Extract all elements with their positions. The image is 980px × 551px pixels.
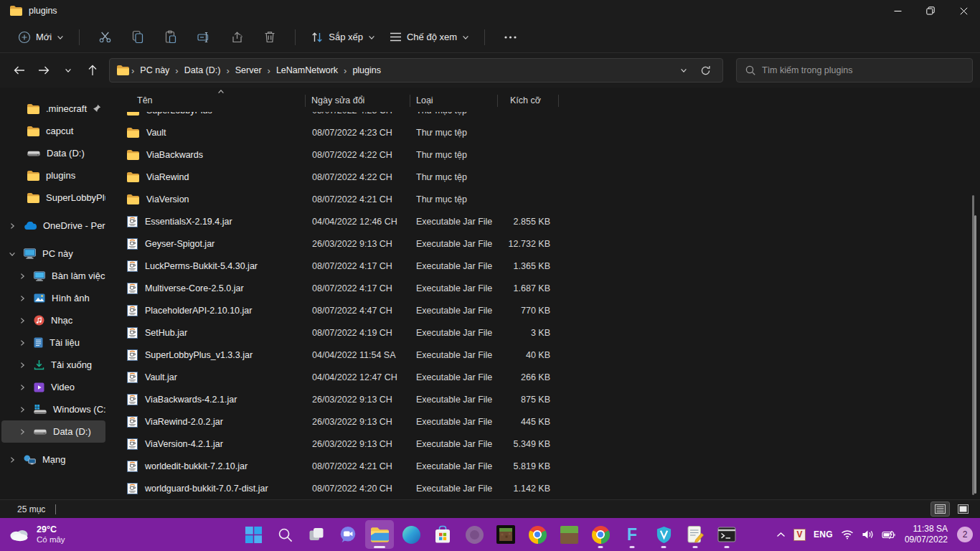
notification-badge[interactable]: 2 [957,527,973,542]
taskbar-button-notepad[interactable] [681,520,710,549]
file-row[interactable]: Multiverse-Core-2.5.0.jar08/07/2022 4:17… [117,277,980,299]
taskbar-button-vshield[interactable] [649,520,678,549]
recent-locations-button[interactable] [56,59,80,82]
sidebar-item-nh-c[interactable]: Nhạc [1,309,105,331]
chevron-right-icon[interactable] [17,362,27,369]
weather-widget[interactable]: 29°C Có mây [0,524,65,545]
sidebar-item-h-nh-nh[interactable]: Hình ảnh [1,287,105,309]
file-row[interactable]: Vault.jar04/04/2022 12:47 CHExecutable J… [117,366,980,388]
sidebar-item-b-n-l-m-vi-c[interactable]: Bàn làm việc [1,265,105,287]
file-row[interactable]: ViaRewind-2.0.2.jar26/03/2022 9:13 CHExe… [117,410,980,433]
file-row[interactable]: LuckPerms-Bukkit-5.4.30.jar08/07/2022 4:… [117,255,980,277]
file-row[interactable]: SuperLobbyPlus_v1.3.3.jar04/04/2022 11:5… [117,344,980,366]
taskbar-button-tlauncher[interactable] [491,520,520,549]
file-row[interactable]: ViaBackwards-4.2.1.jar26/03/2022 9:13 CH… [117,388,980,410]
chevron-right-icon[interactable] [17,273,27,280]
chevron-right-icon[interactable] [7,456,17,463]
back-button[interactable] [7,59,32,82]
sidebar-item-t-i-li-u[interactable]: Tài liệu [1,331,105,354]
address-dropdown-icon[interactable] [680,67,687,74]
breadcrumb-item[interactable]: LeNamNetwork [271,62,343,78]
language-indicator[interactable]: ENG [814,529,833,540]
rename-button[interactable] [189,24,219,50]
tray-chevron-up-icon[interactable] [776,532,786,537]
chevron-right-icon[interactable] [17,406,27,413]
file-row[interactable]: Geyser-Spigot.jar26/03/2022 9:13 CHExecu… [117,232,980,255]
breadcrumb-item[interactable]: PC này [135,62,174,78]
file-row[interactable]: ViaVersion-4.2.1.jar26/03/2022 9:13 CHEx… [117,433,980,455]
sidebar-item-superlobbyplu[interactable]: SuperLobbyPlu [1,187,105,209]
view-mode-button[interactable]: Chế độ xem [383,27,476,47]
battery-plugged-icon[interactable] [882,530,897,540]
file-row[interactable]: ViaVersion08/07/2022 4:21 CHThư mục tệp [117,188,980,210]
sidebar-item-t-i-xu-ng[interactable]: Tải xuống [1,354,105,376]
taskbar-button-edge[interactable] [397,520,425,549]
chevron-right-icon[interactable] [17,428,27,435]
column-header-k-ch-c-[interactable]: Kích cỡ [498,89,558,112]
file-row[interactable]: SetHub.jar08/07/2022 4:19 CHExecutable J… [117,321,980,344]
sidebar-item-data-d-[interactable]: Data (D:) [1,420,105,443]
up-button[interactable] [80,59,105,82]
sidebar-item-capcut[interactable]: capcut [1,120,105,142]
volume-icon[interactable] [862,529,874,540]
column-header-lo-i[interactable]: Loại [410,89,497,112]
taskbar-button-chat[interactable] [334,520,362,549]
taskbar-button-letter-f[interactable]: F [618,520,646,549]
file-list-scrollbar[interactable] [974,215,976,494]
file-row[interactable]: ViaBackwards08/07/2022 4:22 CHThư mục tệ… [117,143,980,166]
vietkey-tray-icon[interactable]: V [793,529,806,541]
chevron-right-icon[interactable] [17,295,27,302]
restore-button[interactable] [914,0,947,22]
taskbar-button-console[interactable] [712,520,741,549]
sidebar-item-m-ng[interactable]: Mạng [1,448,105,471]
file-row[interactable]: ViaRewind08/07/2022 4:22 CHThư mục tệp [117,166,980,188]
sidebar-item-pc-n-y[interactable]: PC này [1,242,105,265]
taskbar-button-gray-app[interactable] [460,520,489,549]
search-input[interactable] [762,65,963,75]
file-row[interactable]: worldguard-bukkit-7.0.7-dist.jar08/07/20… [117,477,980,499]
column-divider[interactable] [558,95,559,107]
forward-button[interactable] [32,59,56,82]
paste-button[interactable] [156,24,186,50]
column-header-t-n[interactable]: Tên [117,89,305,112]
chevron-down-icon[interactable] [7,250,17,258]
copy-button[interactable] [123,24,153,50]
breadcrumb-item[interactable]: plugins [347,62,386,78]
sidebar-item-plugins[interactable]: plugins [1,164,105,187]
sidebar-item-windows-c-[interactable]: Windows (C:) [1,398,105,420]
column-header-ng-y-s-a-i[interactable]: Ngày sửa đổi [306,89,410,112]
file-row[interactable]: EssentialsX-2.19.4.jar04/04/2022 12:46 C… [117,210,980,232]
minimize-button[interactable] [881,0,914,22]
breadcrumb-item[interactable]: Data (D:) [179,62,226,78]
large-icons-view-button[interactable] [953,501,973,517]
chevron-right-icon[interactable] [7,222,17,230]
taskbar-button-taskbar-search[interactable] [270,520,299,549]
cut-button[interactable] [90,24,120,50]
taskbar-button-file-explorer[interactable] [365,520,394,549]
refresh-icon[interactable] [700,65,711,76]
taskbar-button-chrome[interactable] [523,520,552,549]
taskbar-button-task-view[interactable] [302,520,331,549]
taskbar-button-store[interactable] [428,520,457,549]
chevron-right-icon[interactable] [17,317,27,324]
file-row[interactable]: worldedit-bukkit-7.2.10.jar08/07/2022 4:… [117,455,980,477]
clock[interactable]: 11:38 SA 09/07/2022 [905,524,948,545]
sort-button[interactable]: Sắp xếp [304,26,382,49]
chevron-right-icon[interactable] [17,384,27,391]
close-button[interactable] [947,0,980,22]
sidebar-item--minecraft[interactable]: .minecraft [1,98,105,120]
details-view-button[interactable] [930,501,950,517]
new-button[interactable]: Mới [11,26,70,49]
sidebar-item-data-d-[interactable]: Data (D:) [1,142,105,164]
file-row[interactable]: SuperLobbyPlus08/07/2022 4:23 CHThư mục … [117,112,980,121]
breadcrumb-item[interactable]: Server [230,62,267,78]
file-row[interactable]: Vault08/07/2022 4:23 CHThư mục tệp [117,121,980,143]
taskbar-button-chrome[interactable] [586,520,615,549]
sidebar-item-video[interactable]: Video [1,376,105,398]
share-button[interactable] [222,24,252,50]
sidebar-item-onedrive-perso[interactable]: OneDrive - Perso [1,215,105,237]
taskbar-button-start[interactable] [239,520,268,549]
file-row[interactable]: PlaceholderAPI-2.10.10.jar08/07/2022 4:4… [117,299,980,321]
chevron-right-icon[interactable] [17,339,27,347]
delete-button[interactable] [255,24,285,50]
